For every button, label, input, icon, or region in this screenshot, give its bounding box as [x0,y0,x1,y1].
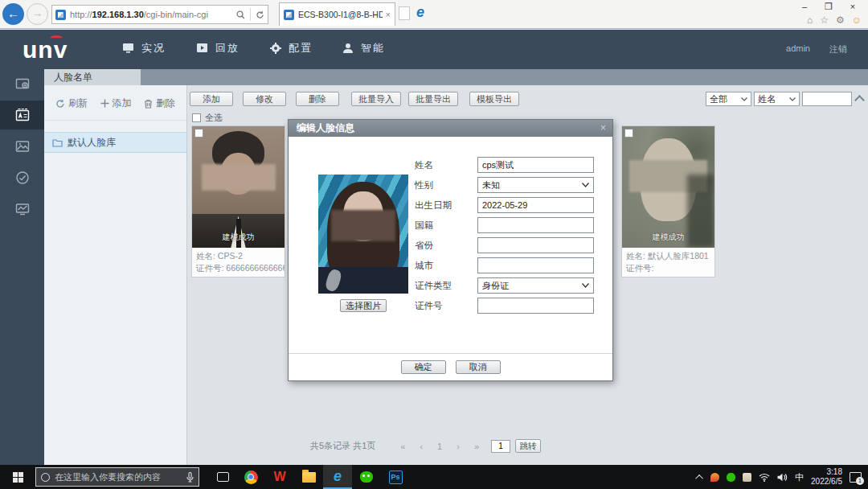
action-center-icon[interactable]: 1 [850,472,862,483]
wifi-icon[interactable] [759,473,770,482]
select-all-checkbox[interactable] [192,113,201,122]
new-tab-button[interactable] [399,6,410,20]
face-card[interactable]: 建模成功 姓名: CPS-2 证件号: 6666666666666... [191,125,285,277]
field-value: 未知 [482,179,500,191]
ok-button[interactable]: 确定 [401,360,446,374]
taskbar-app-wechat[interactable] [352,465,381,489]
clock-date: 2022/6/5 [811,477,842,487]
address-bar[interactable]: http://192.168.1.30/cgi-bin/main-cgi [51,5,268,24]
id-type-select[interactable]: 身份证 [477,277,594,294]
playback-icon [196,43,208,54]
taskbar-app-photoshop[interactable]: Ps [381,465,410,489]
intelligent-person-icon [342,43,354,54]
tab-close-icon[interactable]: × [386,10,391,19]
search-icon[interactable] [236,10,245,19]
settings-icon[interactable]: ⚙ [836,14,845,26]
field-select[interactable]: 姓名 [754,92,800,106]
tab-face-list[interactable]: 人脸名单 [44,69,141,85]
url-text: http://192.168.1.30/cgi-bin/main-cgi [70,10,208,19]
collapse-panel-icon[interactable] [854,95,865,105]
dialog-titlebar[interactable]: 编辑人脸信息 × [289,120,612,137]
first-page-button[interactable]: « [400,442,405,451]
taskbar-app-wps[interactable]: W [265,465,294,489]
window-maximize-button[interactable]: ❒ [817,0,841,14]
id-number-input[interactable] [477,298,594,314]
card-checkbox[interactable] [624,129,633,138]
browser-forward-button[interactable]: → [27,3,48,25]
ime-indicator[interactable]: 中 [795,471,804,483]
cancel-button[interactable]: 取消 [456,360,501,374]
sidebar-item-search[interactable] [0,163,44,192]
province-input[interactable] [477,237,594,253]
add-button[interactable]: 添加 [190,92,233,106]
select-all[interactable]: 全选 [192,112,223,124]
dialog-title: 编辑人脸信息 [297,120,354,137]
field-label: 省份 [415,240,477,252]
library-delete-button[interactable]: 删除 [144,97,175,110]
search-input[interactable] [802,92,852,106]
modify-button[interactable]: 修改 [243,92,286,106]
taskbar-app-chrome[interactable] [236,465,265,489]
tray-expand-icon[interactable] [695,474,703,482]
browser-back-button[interactable]: ← [2,3,24,25]
taskbar-app-ie[interactable]: e [323,465,352,489]
card-id: 证件号: [626,262,710,274]
nationality-input[interactable] [477,217,594,233]
speaker-icon[interactable] [777,473,788,482]
nav-item-playback[interactable]: 回放 [196,30,240,67]
nav-item-config[interactable]: 配置 [270,30,313,67]
card-checkbox[interactable] [194,129,203,138]
start-button[interactable] [0,465,35,489]
field-value: 2022-05-29 [482,200,527,210]
choose-image-button[interactable]: 选择图片 [340,299,387,312]
jump-button[interactable]: 跳转 [515,439,541,453]
sidebar-item-snapshot[interactable] [0,132,44,161]
library-refresh-button[interactable]: 刷新 [55,97,88,110]
gender-select[interactable]: 未知 [477,177,594,193]
refresh-icon[interactable] [256,10,264,19]
last-page-button[interactable]: » [474,442,479,451]
prev-page-button[interactable]: ‹ [420,442,423,451]
notification-badge: 1 [856,477,864,485]
window-minimize-button[interactable]: – [792,0,817,14]
browser-chrome: ← → http://192.168.1.30/cgi-bin/main-cgi… [0,0,868,29]
scope-select[interactable]: 全部 [706,92,751,106]
library-item-default[interactable]: 默认人脸库 [44,132,186,153]
nav-item-intelligent[interactable]: 智能 [342,30,385,67]
delete-button[interactable]: 删除 [296,92,339,106]
sidebar-item-face-list[interactable] [0,101,44,129]
library-add-button[interactable]: 添加 [100,97,132,110]
taskbar-search-box[interactable]: 在这里输入你要搜索的内容 [35,467,199,487]
logout-link[interactable]: 注销 [829,43,847,55]
tray-app-icon[interactable] [743,473,751,482]
birthdate-input[interactable]: 2022-05-29 [477,197,594,213]
sidebar-item-smart-config[interactable] [0,69,44,98]
window-close-button[interactable]: × [841,0,865,14]
field-label: 证件类型 [415,280,477,292]
tray-app-icon[interactable] [710,473,719,482]
home-icon[interactable]: ⌂ [807,14,813,26]
select-all-label: 全选 [205,112,223,124]
task-view-button[interactable] [209,465,236,489]
feedback-icon[interactable]: ☺ [852,14,862,26]
face-card[interactable]: 建模成功 姓名: 默认人脸库1801 证件号: [621,125,715,277]
microphone-icon[interactable] [186,472,194,483]
city-input[interactable] [477,257,594,273]
next-page-button[interactable]: › [457,442,460,451]
field-value: cps测试 [482,159,514,171]
batch-import-button[interactable]: 批量导入 [351,92,401,106]
template-export-button[interactable]: 模板导出 [469,92,519,106]
batch-export-button[interactable]: 批量导出 [408,92,458,106]
form-row-id-type: 证件类型 身份证 [415,277,594,294]
browser-tab[interactable]: ECS-B300-I1@8-B-HD × [279,2,395,26]
name-input[interactable]: cps测试 [477,157,594,173]
page-number-input[interactable] [491,440,510,453]
taskbar-app-explorer[interactable] [294,465,323,489]
favorites-icon[interactable]: ☆ [820,14,829,26]
nav-item-live[interactable]: 实况 [122,30,166,67]
taskbar-clock[interactable]: 3:18 2022/6/5 [811,467,842,487]
tray-wechat-icon[interactable] [727,473,735,482]
form-row-province: 省份 [415,237,594,253]
sidebar-item-statistics[interactable] [0,195,44,224]
dialog-close-icon[interactable]: × [600,120,612,137]
